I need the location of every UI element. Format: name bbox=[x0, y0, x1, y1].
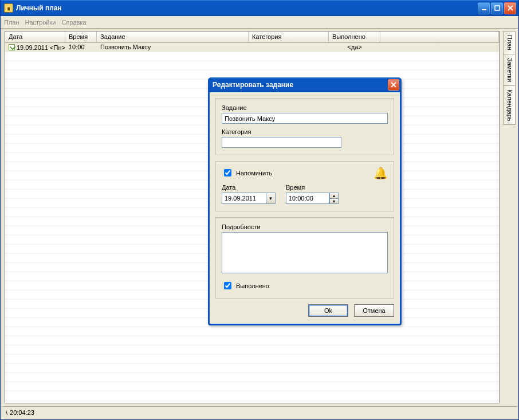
col-header-date[interactable]: Дата bbox=[5, 32, 65, 43]
tab-calendar[interactable]: Календарь bbox=[503, 85, 516, 125]
group-remind: 🔔 Напоминить Дата ▼ Время ▲ ▼ bbox=[215, 161, 394, 211]
col-header-category[interactable]: Категория bbox=[249, 32, 329, 43]
col-header-done[interactable]: Выполнено bbox=[329, 32, 380, 43]
table-row[interactable] bbox=[5, 364, 499, 373]
group-details: Подробности Выполнено bbox=[215, 217, 394, 299]
edit-task-dialog: Редактировать задание Задание Категория … bbox=[208, 77, 402, 325]
dialog-buttons: Ok Отмена bbox=[210, 299, 400, 324]
menubar: План Настройки Справка bbox=[1, 16, 518, 29]
done-checkbox-wrap[interactable]: Выполнено bbox=[222, 280, 388, 291]
remind-checkbox[interactable] bbox=[224, 169, 231, 176]
label-task: Задание bbox=[222, 104, 388, 111]
date-drop-icon[interactable]: ▼ bbox=[266, 193, 276, 204]
table-row[interactable] bbox=[5, 346, 499, 355]
bell-icon: 🔔 bbox=[373, 166, 388, 180]
category-input[interactable] bbox=[222, 137, 341, 148]
label-category: Категория bbox=[222, 128, 388, 135]
table-row[interactable] bbox=[5, 327, 499, 336]
col-header-time[interactable]: Время bbox=[65, 32, 97, 43]
dialog-titlebar: Редактировать задание bbox=[208, 77, 402, 92]
table-row[interactable] bbox=[5, 355, 499, 364]
svg-rect-0 bbox=[482, 9, 486, 10]
time-input[interactable] bbox=[286, 193, 329, 204]
done-checkbox[interactable] bbox=[224, 282, 231, 289]
side-tabs: План Заметки Календарь bbox=[503, 31, 516, 403]
app-icon: ∎ bbox=[4, 3, 13, 13]
time-spin-down-icon[interactable]: ▼ bbox=[329, 198, 339, 204]
label-time: Время bbox=[286, 184, 339, 191]
table-row[interactable]: 19.09.2011 <Пн>10:00Позвонить Максу<да> bbox=[5, 43, 499, 52]
label-details: Подробности bbox=[222, 223, 388, 230]
table-row[interactable] bbox=[5, 61, 499, 70]
titlebar: ∎ Личный план bbox=[1, 0, 518, 16]
time-picker[interactable]: ▲ ▼ bbox=[286, 193, 339, 204]
task-input[interactable] bbox=[222, 113, 388, 124]
details-textarea[interactable] bbox=[222, 232, 388, 273]
date-input[interactable] bbox=[222, 193, 266, 204]
dialog-title: Редактировать задание bbox=[213, 81, 293, 89]
group-task: Задание Категория bbox=[215, 98, 394, 155]
cancel-button[interactable]: Отмена bbox=[354, 304, 394, 317]
done-label: Выполнено bbox=[236, 282, 269, 289]
check-icon bbox=[9, 44, 15, 50]
date-picker[interactable]: ▼ bbox=[222, 193, 276, 204]
dialog-close-button[interactable] bbox=[388, 79, 399, 91]
maximize-button[interactable] bbox=[491, 2, 503, 14]
table-row[interactable] bbox=[5, 52, 499, 61]
table-row[interactable] bbox=[5, 373, 499, 382]
menu-help[interactable]: Справка bbox=[61, 19, 86, 26]
time-spin-up-icon[interactable]: ▲ bbox=[329, 193, 339, 198]
menu-plan[interactable]: План bbox=[4, 19, 19, 26]
table-row[interactable] bbox=[5, 401, 499, 403]
close-button[interactable] bbox=[504, 2, 516, 14]
remind-label: Напоминить bbox=[236, 170, 272, 176]
ok-button[interactable]: Ok bbox=[308, 304, 348, 317]
svg-rect-1 bbox=[495, 6, 500, 10]
table-row[interactable] bbox=[5, 391, 499, 401]
minimize-button[interactable] bbox=[478, 2, 490, 14]
statusbar: \ 20:04:23 bbox=[2, 406, 517, 418]
table-row[interactable] bbox=[5, 382, 499, 391]
statusbar-sep: \ bbox=[6, 409, 7, 416]
label-date: Дата bbox=[222, 184, 276, 191]
table-row[interactable] bbox=[5, 336, 499, 346]
grid-header: Дата Время Задание Категория Выполнено bbox=[5, 32, 499, 43]
window-title: Личный план bbox=[16, 4, 62, 12]
col-header-task[interactable]: Задание bbox=[97, 32, 249, 43]
status-time: 20:04:23 bbox=[10, 409, 34, 416]
remind-checkbox-wrap[interactable]: Напоминить bbox=[222, 167, 388, 178]
col-header-spacer bbox=[380, 32, 499, 43]
tab-plan[interactable]: План bbox=[503, 31, 516, 54]
menu-settings[interactable]: Настройки bbox=[25, 19, 56, 26]
tab-notes[interactable]: Заметки bbox=[503, 54, 516, 86]
